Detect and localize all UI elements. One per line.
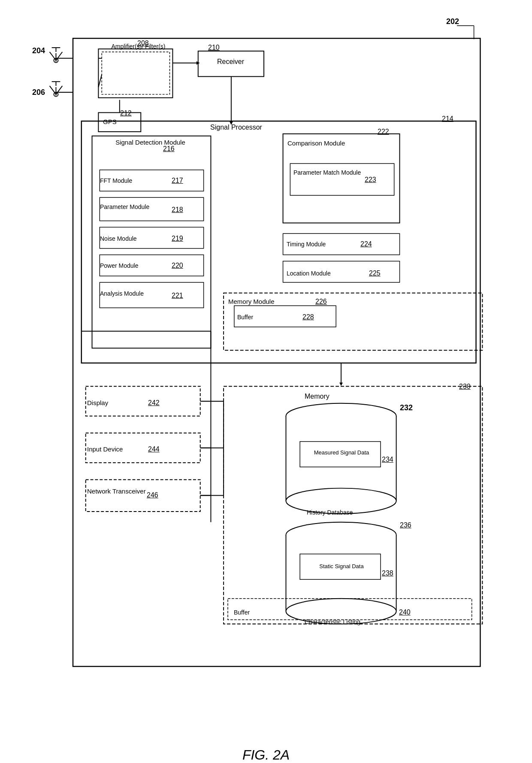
ref-216: 216 <box>163 145 175 153</box>
svg-rect-10 <box>102 52 169 94</box>
ref-232: 232 <box>400 403 413 412</box>
signal-detection-label: Signal Detection Module <box>94 139 207 146</box>
svg-rect-43 <box>286 535 396 611</box>
param-match-label: Parameter Match Module <box>293 169 361 176</box>
svg-rect-51 <box>86 480 200 512</box>
memory-module-label: Memory Module <box>228 298 275 306</box>
svg-rect-27 <box>283 134 400 223</box>
ref-210: 210 <box>208 44 220 51</box>
history-db-label: History Database <box>307 509 353 516</box>
ref-238: 238 <box>382 569 393 577</box>
svg-marker-34 <box>339 382 343 386</box>
display-label: Display <box>87 399 108 407</box>
ref-225: 225 <box>369 269 381 277</box>
memory-label: Memory <box>305 393 329 400</box>
location-label: Location Module <box>287 269 331 277</box>
ref-244: 244 <box>148 445 160 453</box>
svg-rect-20 <box>82 121 476 363</box>
power-label: Power Module <box>100 262 139 269</box>
svg-rect-9 <box>98 49 172 98</box>
ref-234: 234 <box>382 456 393 463</box>
parameter-label: Parameter Module <box>100 203 149 211</box>
ref-219: 219 <box>172 235 183 242</box>
ref-230: 230 <box>459 383 471 391</box>
ref-240: 240 <box>399 609 411 616</box>
fft-label: FFT Module <box>100 177 132 185</box>
ref-208: 208 <box>137 39 149 47</box>
ref-212: 212 <box>120 109 132 117</box>
svg-rect-37 <box>286 416 396 501</box>
ref-214: 214 <box>442 115 453 123</box>
svg-line-57 <box>56 52 62 61</box>
svg-point-7 <box>54 92 58 97</box>
ref-246: 246 <box>147 491 158 499</box>
svg-line-16 <box>98 74 102 87</box>
svg-rect-48 <box>228 599 472 620</box>
characteristic-label: Characteristic Listing <box>305 618 360 626</box>
ref-224: 224 <box>360 240 372 248</box>
signal-processor-label: Signal Processor <box>210 124 262 131</box>
figure-label: FIG. 2A <box>242 747 290 763</box>
svg-line-56 <box>50 52 56 61</box>
ref-204: 204 <box>32 46 45 55</box>
receiver-label: Receiver <box>200 58 262 66</box>
ref-202: 202 <box>446 17 459 26</box>
timing-label: Timing Module <box>287 240 326 248</box>
static-signal-label: Static Signal Data <box>303 562 380 570</box>
ref-226: 226 <box>315 298 327 306</box>
svg-point-42 <box>286 522 396 548</box>
buffer1-label: Buffer <box>237 313 253 321</box>
gps-label: GPS <box>103 118 117 126</box>
noise-label: Noise Module <box>100 235 137 242</box>
diagram-area: 202 204 206 Amplifier(s)/ Filter(s) 208 … <box>30 13 502 743</box>
ref-223: 223 <box>365 176 376 184</box>
measured-signal-label: Measured Signal Data <box>303 448 380 456</box>
buffer2-label: Buffer <box>234 609 250 616</box>
svg-line-60 <box>50 86 56 94</box>
svg-rect-35 <box>224 386 482 624</box>
ref-242: 242 <box>148 399 160 407</box>
ref-228: 228 <box>302 313 314 321</box>
svg-point-36 <box>286 403 396 429</box>
comparison-label: Comparison Module <box>287 139 345 147</box>
ref-218: 218 <box>172 206 183 214</box>
ref-206: 206 <box>32 88 45 97</box>
analysis-label: Analysis Module <box>100 290 144 297</box>
network-label: Network Transceiver <box>87 487 146 495</box>
svg-point-4 <box>54 58 58 63</box>
page: 202 204 206 Amplifier(s)/ Filter(s) 208 … <box>0 0 532 763</box>
input-device-label: Input Device <box>87 445 123 453</box>
svg-rect-0 <box>73 38 480 666</box>
ref-217: 217 <box>172 177 183 185</box>
svg-line-61 <box>56 86 62 94</box>
ref-220: 220 <box>172 262 183 269</box>
ref-221: 221 <box>172 292 183 300</box>
ref-222: 222 <box>378 128 389 136</box>
ref-236: 236 <box>400 521 411 529</box>
